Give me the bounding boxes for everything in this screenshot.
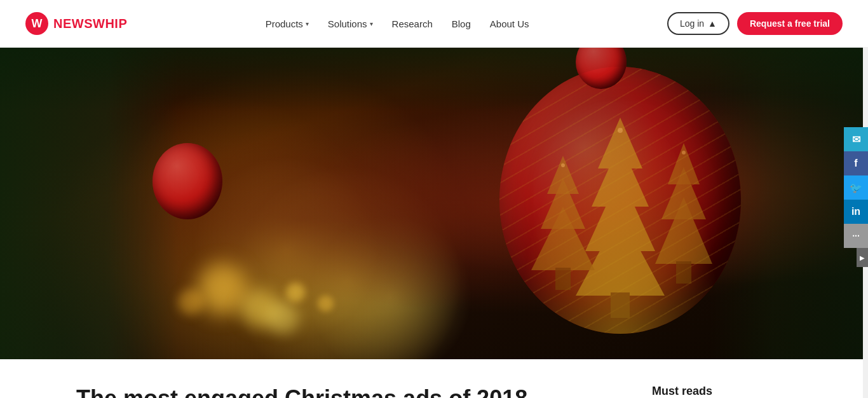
social-facebook-button[interactable]: f — [844, 151, 868, 175]
svg-rect-4 — [611, 292, 630, 318]
chevron-down-icon: ▾ — [370, 20, 373, 27]
linkedin-icon: in — [851, 206, 860, 217]
main-content: The most engaged Christmas ads of 2018 B… — [0, 359, 868, 398]
trial-button[interactable]: Request a free trial — [737, 12, 843, 35]
site-header: W NEWSWHIP Products ▾ Solutions ▾ Resear… — [0, 0, 868, 48]
article-section: The most engaged Christmas ads of 2018 B… — [76, 385, 627, 398]
social-sidebar: ✉ f 🐦 in ··· ▶ — [844, 127, 868, 267]
arrow-right-icon: ▶ — [860, 254, 865, 261]
nav-solutions[interactable]: Solutions ▾ — [328, 18, 373, 29]
ornament-tree-svg — [499, 67, 741, 334]
logo-icon: W — [25, 12, 48, 35]
more-icon: ··· — [852, 231, 860, 241]
svg-marker-7 — [531, 207, 595, 270]
login-button[interactable]: Log in ▲ — [667, 12, 729, 35]
svg-point-13 — [618, 128, 623, 133]
must-reads-title: Must reads — [652, 385, 830, 398]
twitter-icon: 🐦 — [850, 182, 862, 194]
social-collapse-button[interactable]: ▶ — [857, 248, 868, 267]
nav-about[interactable]: About Us — [490, 18, 529, 29]
nav-blog[interactable]: Blog — [452, 18, 471, 29]
svg-marker-3 — [576, 213, 665, 296]
logo[interactable]: W NEWSWHIP — [25, 12, 127, 35]
svg-rect-8 — [555, 268, 571, 290]
nav-research[interactable]: Research — [392, 18, 433, 29]
hero-image — [0, 48, 868, 359]
christmas-ornament-small — [153, 143, 222, 219]
svg-point-14 — [561, 163, 565, 167]
christmas-ornament-large — [499, 67, 741, 334]
bokeh-light-5 — [286, 283, 305, 302]
svg-rect-12 — [676, 261, 691, 284]
main-nav: Products ▾ Solutions ▾ Research Blog Abo… — [266, 18, 529, 29]
bokeh-light-4 — [178, 289, 203, 315]
svg-marker-11 — [655, 197, 712, 264]
svg-point-15 — [682, 151, 686, 154]
bokeh-light-1 — [197, 264, 248, 315]
chevron-down-icon: ▾ — [306, 20, 309, 27]
sidebar: Must reads CNN 5 reasons why CNN is a ch… — [652, 385, 830, 398]
social-twitter-button[interactable]: 🐦 — [844, 175, 868, 200]
social-linkedin-button[interactable]: in — [844, 200, 868, 224]
chevron-up-icon: ▲ — [708, 18, 717, 29]
bokeh-light-6 — [318, 296, 334, 312]
facebook-icon: f — [854, 158, 857, 169]
social-email-button[interactable]: ✉ — [844, 127, 868, 151]
email-icon: ✉ — [852, 134, 860, 146]
nav-products[interactable]: Products ▾ — [266, 18, 309, 29]
logo-text: NEWSWHIP — [53, 17, 127, 31]
article-title: The most engaged Christmas ads of 2018 — [76, 385, 627, 398]
bokeh-light-3 — [267, 302, 299, 334]
header-actions: Log in ▲ Request a free trial — [667, 12, 843, 35]
social-more-button[interactable]: ··· — [844, 224, 868, 248]
